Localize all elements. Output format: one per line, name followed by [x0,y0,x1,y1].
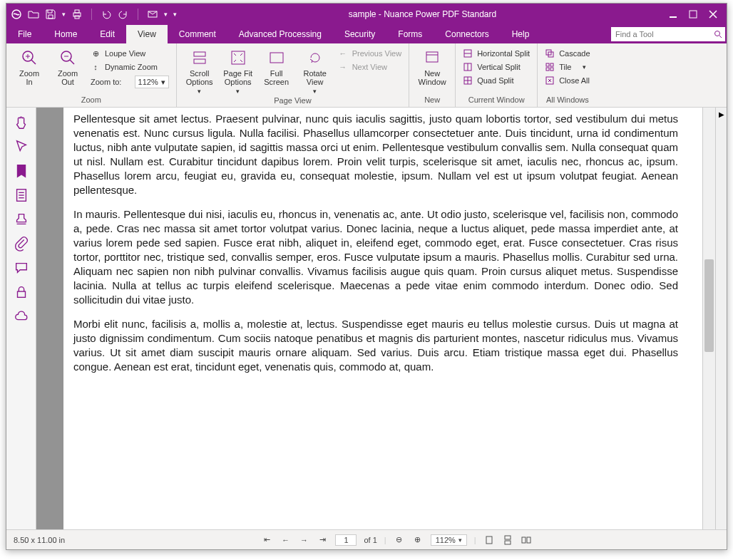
dynamic-zoom-button[interactable]: ↕Dynamic Zoom [89,61,170,73]
workarea: Pellentesque sit amet lectus. Praesent p… [6,108,727,529]
menu-connectors[interactable]: Connectors [434,25,500,43]
menu-forms[interactable]: Forms [386,25,434,43]
vertical-split-button[interactable]: Vertical Split [461,61,531,73]
hand-tool-icon[interactable] [14,115,29,130]
bookmark-icon[interactable] [14,163,29,179]
close-button[interactable] [708,9,718,19]
chevron-down-icon[interactable]: ▾ [161,78,165,87]
zoom-to-control[interactable]: Zoom to: 112%▾ [89,75,170,89]
menu-home[interactable]: Home [43,25,88,43]
titlebar: ▾ ▾ ▾ sample - Nuance Power PDF Standard [6,4,727,25]
select-tool-icon[interactable] [14,139,29,155]
ribbon-group-label: New [415,94,449,105]
next-view-button: →Next View [337,61,404,73]
svg-line-14 [70,60,74,64]
zoom-out-button[interactable]: Zoom Out [51,48,85,86]
menu-advanced[interactable]: Advanced Processing [227,25,333,43]
app-logo-icon [11,9,22,20]
full-screen-button[interactable]: Full Screen [260,48,294,86]
svg-rect-41 [486,536,492,544]
svg-rect-20 [426,52,438,62]
svg-point-7 [715,31,720,36]
svg-rect-44 [522,537,526,543]
search-icon [714,30,722,38]
document-viewport: Pellentesque sit amet lectus. Praesent p… [36,108,727,529]
svg-rect-42 [505,536,511,539]
next-page-button[interactable]: → [298,534,309,546]
undo-icon[interactable] [101,9,112,20]
ribbon-group-label: All Windows [543,94,591,105]
menu-help[interactable]: Help [501,25,541,43]
window-title: sample - Nuance Power PDF Standard [177,9,668,19]
page-dimensions: 8.50 x 11.00 in [14,536,65,544]
find-tool[interactable] [611,27,725,41]
cloud-icon[interactable] [14,308,29,324]
document-page: Pellentesque sit amet lectus. Praesent p… [63,108,702,529]
vertical-scrollbar[interactable] [702,108,715,529]
ribbon-group-new: New Window New [409,43,456,107]
view-mode-facing-icon[interactable] [521,534,532,546]
print-icon[interactable] [71,9,83,20]
scroll-thumb[interactable] [704,259,714,352]
expand-panel-icon[interactable]: ▶ [719,110,724,118]
menu-comment[interactable]: Comment [168,25,227,43]
page-fit-button[interactable]: Page Fit Options▾ [221,48,255,95]
ribbon-group-label: Page View [183,95,404,106]
zoom-level-control[interactable]: 112%▾ [431,534,467,546]
svg-rect-45 [527,537,530,543]
svg-rect-40 [17,291,25,297]
paragraph: In mauris. Pellentesque dui nisi, iaculi… [73,207,678,307]
tile-button[interactable]: Tile ▾ [543,61,591,73]
attachment-icon[interactable] [14,236,29,252]
menu-file[interactable]: File [6,25,43,43]
close-all-button[interactable]: Close All [543,75,591,86]
svg-rect-32 [550,63,553,66]
ribbon-group-current-window: Horizontal Split Vertical Split Quad Spl… [456,43,538,107]
menu-view[interactable]: View [126,25,168,43]
maximize-button[interactable] [688,9,698,19]
find-tool-input[interactable] [615,30,714,38]
lock-icon[interactable] [14,284,29,300]
menu-edit[interactable]: Edit [88,25,126,43]
dropdown-caret[interactable]: ▾ [164,11,168,18]
page-number-input[interactable]: 1 [335,534,357,546]
ribbon: Zoom In Zoom Out ⊕Loupe View ↕Dynamic Zo… [6,43,727,108]
view-mode-continuous-icon[interactable] [502,534,513,546]
zoom-in-button[interactable]: Zoom In [12,48,46,86]
last-page-button[interactable]: ⇥ [317,534,328,546]
dropdown-caret[interactable]: ▾ [62,11,66,18]
zoom-out-status-button[interactable]: ⊖ [394,534,405,546]
mail-icon[interactable] [147,9,158,20]
prev-page-button[interactable]: ← [280,534,291,546]
ribbon-group-pageview: Scroll Options▾ Page Fit Options▾ Full S… [177,43,410,107]
paragraph: Morbi elit nunc, facilisis a, mollis a, … [73,317,678,374]
quad-split-button[interactable]: Quad Split [461,75,531,86]
loupe-view-button[interactable]: ⊕Loupe View [89,48,170,59]
left-gutter [36,108,63,529]
comment-icon[interactable] [14,260,29,276]
svg-rect-6 [690,11,697,18]
pages-icon[interactable] [14,187,29,203]
new-window-button[interactable]: New Window [415,48,449,86]
right-rail: ▶ [715,108,727,529]
previous-view-button: ←Previous View [337,48,404,59]
menu-security[interactable]: Security [333,25,386,43]
svg-line-8 [719,36,722,38]
open-folder-icon[interactable] [28,9,39,20]
paragraph: Pellentesque sit amet lectus. Praesent p… [73,112,678,197]
minimize-button[interactable] [668,9,678,19]
ribbon-group-zoom: Zoom In Zoom Out ⊕Loupe View ↕Dynamic Zo… [6,43,177,107]
save-icon[interactable] [45,9,56,20]
redo-icon[interactable] [118,9,129,20]
view-mode-single-icon[interactable] [483,534,495,546]
zoom-in-status-button[interactable]: ⊕ [412,534,424,546]
side-toolbar [6,108,36,529]
menubar: File Home Edit View Comment Advanced Pro… [6,25,727,43]
first-page-button[interactable]: ⇤ [261,534,272,546]
scroll-options-button[interactable]: Scroll Options▾ [183,48,217,95]
ribbon-group-label: Zoom [12,94,170,105]
stamp-icon[interactable] [14,212,29,227]
cascade-button[interactable]: Cascade [543,48,591,59]
rotate-view-button[interactable]: Rotate View▾ [298,48,332,95]
horizontal-split-button[interactable]: Horizontal Split [461,48,531,59]
